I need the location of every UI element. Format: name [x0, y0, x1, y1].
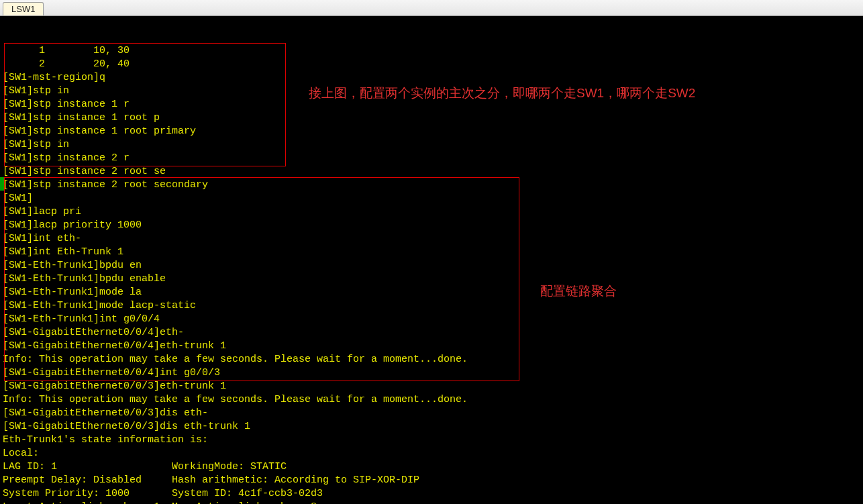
terminal-line: 1 10, 30 [3, 44, 860, 58]
terminal-line: [SW1]stp instance 2 root se [3, 165, 860, 179]
tab-lsw1[interactable]: LSW1 [3, 2, 44, 15]
terminal-line: [SW1]stp in [3, 138, 860, 152]
cursor-marker [0, 177, 5, 191]
terminal-line: [SW1]stp instance 2 root secondary [3, 179, 860, 192]
terminal-line: [SW1]int Eth-Trunk 1 [3, 246, 860, 259]
terminal-line: [SW1-Eth-Trunk1]mode la [3, 286, 860, 299]
terminal-line: [SW1]stp instance 1 root primary [3, 125, 860, 138]
terminal-line: [SW1-GigabitEthernet0/0/4]eth- [3, 326, 860, 340]
annotation-text-2: 配置链路聚合 [540, 282, 617, 301]
tab-bar: LSW1 [0, 0, 863, 16]
terminal-line: 2 20, 40 [3, 58, 860, 71]
terminal-line: [SW1]int eth- [3, 232, 860, 246]
terminal-line: Least Active-linknumber: 1 Max Active-li… [3, 501, 860, 504]
terminal-line: [SW1-GigabitEthernet0/0/3]dis eth-trunk … [3, 420, 860, 434]
terminal-line: [SW1]stp instance 1 root p [3, 111, 860, 125]
terminal-line: Info: This operation may take a few seco… [3, 393, 860, 407]
terminal-line: [SW1-Eth-Trunk1]int g0/0/4 [3, 313, 860, 326]
terminal-line: [SW1-Eth-Trunk1]bpdu enable [3, 272, 860, 286]
terminal-line: System Priority: 1000 System ID: 4c1f-cc… [3, 487, 860, 501]
terminal-line: [SW1-GigabitEthernet0/0/3]dis eth- [3, 407, 860, 420]
annotation-text-1: 接上图，配置两个实例的主次之分，即哪两个走SW1，哪两个走SW2 [309, 84, 792, 103]
terminal-line: [SW1]lacp pri [3, 205, 860, 219]
terminal-line: Local: [3, 447, 860, 460]
terminal-line: [SW1-GigabitEthernet0/0/3]eth-trunk 1 [3, 380, 860, 393]
terminal-line: [SW1]lacp priority 1000 [3, 219, 860, 232]
terminal-line: Eth-Trunk1's state information is: [3, 434, 860, 447]
terminal-line: [SW1-GigabitEthernet0/0/4]int g0/0/3 [3, 366, 860, 380]
terminal-line: [SW1-Eth-Trunk1]bpdu en [3, 259, 860, 272]
terminal-line: [SW1] [3, 192, 860, 205]
terminal-line: [SW1-Eth-Trunk1]mode lacp-static [3, 299, 860, 313]
terminal-line: [SW1]stp instance 2 r [3, 152, 860, 165]
terminal-line: [SW1-GigabitEthernet0/0/4]eth-trunk 1 [3, 340, 860, 353]
terminal-line: [SW1-mst-region]q [3, 71, 860, 85]
terminal-line: LAG ID: 1 WorkingMode: STATIC [3, 460, 860, 474]
terminal-line: Preempt Delay: Disabled Hash arithmetic:… [3, 474, 860, 487]
terminal-line: Info: This operation may take a few seco… [3, 353, 860, 366]
